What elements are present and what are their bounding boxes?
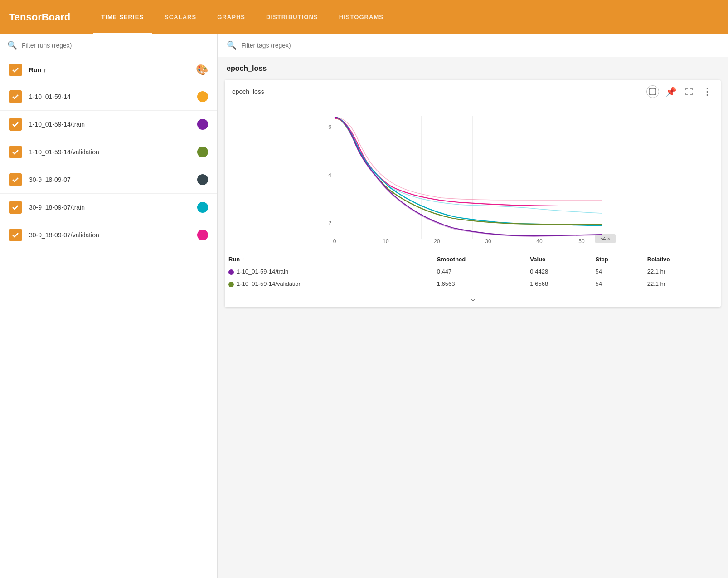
- legend-col-smoothed: Smoothed: [433, 253, 527, 265]
- app-logo: TensorBoard: [9, 11, 70, 23]
- legend-value: 0.4428: [526, 265, 592, 278]
- chart-svg: 6 4 2 0 10 20 30 40 50 54 ×: [232, 103, 713, 248]
- run-checkbox[interactable]: [9, 229, 22, 241]
- run-color-dot: [197, 119, 208, 130]
- legend-row: 1-10_01-59-14/validation 1.6563 1.6568 5…: [225, 278, 721, 290]
- run-checkbox[interactable]: [9, 173, 22, 186]
- fit-icon[interactable]: [646, 85, 659, 98]
- legend-run: 1-10_01-59-14/validation: [225, 278, 433, 290]
- chart-title: epoch_loss: [232, 88, 641, 95]
- run-item[interactable]: 1-10_01-59-14/train: [0, 111, 217, 138]
- legend-smoothed: 0.447: [433, 265, 527, 278]
- nav-item-time-series[interactable]: TIME SERIES: [93, 0, 152, 34]
- content-area: 🔍 epoch_loss epoch_loss 📌: [218, 34, 728, 578]
- legend-col-value: Value: [526, 253, 592, 265]
- run-name: 30-9_18-09-07/validation: [29, 231, 197, 239]
- run-item[interactable]: 1-10_01-59-14: [0, 83, 217, 111]
- legend-col-run[interactable]: Run ↑: [225, 253, 433, 265]
- run-item[interactable]: 30-9_18-09-07/train: [0, 194, 217, 221]
- expand-legend-button[interactable]: ⌄: [225, 290, 721, 307]
- svg-text:0: 0: [333, 238, 336, 245]
- filter-runs-input[interactable]: [22, 42, 210, 49]
- run-name: 1-10_01-59-14/train: [29, 121, 197, 128]
- nav-item-distributions[interactable]: DISTRIBUTIONS: [258, 0, 326, 34]
- svg-text:50: 50: [578, 238, 585, 245]
- legend-step: 54: [592, 278, 644, 290]
- select-all-checkbox[interactable]: [9, 64, 22, 76]
- run-item[interactable]: 30-9_18-09-07/validation: [0, 221, 217, 249]
- legend-relative: 22.1 hr: [644, 265, 721, 278]
- sidebar: 🔍 Run ↑ 🎨 1-10_01-59-14 1-10_01-59-14/tr…: [0, 34, 218, 578]
- filter-tags-bar: 🔍: [218, 34, 728, 57]
- main-layout: 🔍 Run ↑ 🎨 1-10_01-59-14 1-10_01-59-14/tr…: [0, 34, 728, 578]
- run-color-dot: [197, 147, 208, 157]
- svg-text:20: 20: [434, 238, 440, 245]
- legend-table: Run ↑ Smoothed Value Step Relative 1-10_…: [225, 253, 721, 290]
- svg-text:40: 40: [536, 238, 543, 245]
- legend-col-step: Step: [592, 253, 644, 265]
- run-color-dot: [197, 202, 208, 213]
- svg-text:4: 4: [328, 172, 331, 178]
- run-name: 1-10_01-59-14: [29, 93, 197, 100]
- legend-step: 54: [592, 265, 644, 278]
- filter-runs-bar: 🔍: [0, 34, 217, 57]
- search-icon-tags: 🔍: [227, 40, 237, 50]
- more-options-icon[interactable]: ⋮: [701, 85, 713, 98]
- run-checkbox[interactable]: [9, 118, 22, 131]
- legend-relative: 22.1 hr: [644, 278, 721, 290]
- svg-text:10: 10: [383, 238, 389, 245]
- chart-card: epoch_loss 📌: [225, 80, 721, 307]
- legend-run: 1-10_01-59-14/train: [225, 265, 433, 278]
- svg-text:54 ×: 54 ×: [600, 236, 610, 241]
- runs-header-label: Run ↑: [29, 66, 196, 73]
- section-header: epoch_loss: [218, 57, 728, 76]
- run-name: 30-9_18-09-07: [29, 176, 197, 183]
- run-checkbox[interactable]: [9, 146, 22, 158]
- run-color-dot: [197, 91, 208, 102]
- run-item[interactable]: 30-9_18-09-07: [0, 166, 217, 194]
- main-nav: TIME SERIESSCALARSGRAPHSDISTRIBUTIONSHIS…: [93, 0, 392, 34]
- svg-rect-0: [650, 88, 656, 95]
- run-checkbox[interactable]: [9, 90, 22, 103]
- palette-icon[interactable]: 🎨: [196, 64, 208, 76]
- run-list: 1-10_01-59-14 1-10_01-59-14/train 1-10_0…: [0, 83, 217, 249]
- run-color-dot: [197, 174, 208, 185]
- run-color-dot: [197, 230, 208, 240]
- svg-text:2: 2: [328, 220, 331, 226]
- run-item[interactable]: 1-10_01-59-14/validation: [0, 138, 217, 166]
- svg-text:6: 6: [328, 124, 331, 130]
- nav-item-scalars[interactable]: SCALARS: [156, 0, 204, 34]
- legend-value: 1.6568: [526, 278, 592, 290]
- run-name: 1-10_01-59-14/validation: [29, 148, 197, 156]
- chart-toolbar: epoch_loss 📌: [225, 80, 721, 98]
- nav-item-histograms[interactable]: HISTOGRAMS: [331, 0, 392, 34]
- expand-icon[interactable]: [683, 85, 695, 98]
- chart-area: 6 4 2 0 10 20 30 40 50 54 ×: [225, 98, 721, 250]
- legend-smoothed: 1.6563: [433, 278, 527, 290]
- filter-tags-input[interactable]: [241, 42, 719, 49]
- nav-item-graphs[interactable]: GRAPHS: [209, 0, 253, 34]
- svg-text:30: 30: [485, 238, 491, 245]
- app-header: TensorBoard TIME SERIESSCALARSGRAPHSDIST…: [0, 0, 728, 34]
- run-checkbox[interactable]: [9, 201, 22, 214]
- runs-header: Run ↑ 🎨: [0, 57, 217, 83]
- pin-icon[interactable]: 📌: [665, 85, 677, 98]
- legend-col-relative: Relative: [644, 253, 721, 265]
- search-icon: 🔍: [7, 40, 17, 50]
- legend-row: 1-10_01-59-14/train 0.447 0.4428 54 22.1…: [225, 265, 721, 278]
- run-name: 30-9_18-09-07/train: [29, 204, 197, 211]
